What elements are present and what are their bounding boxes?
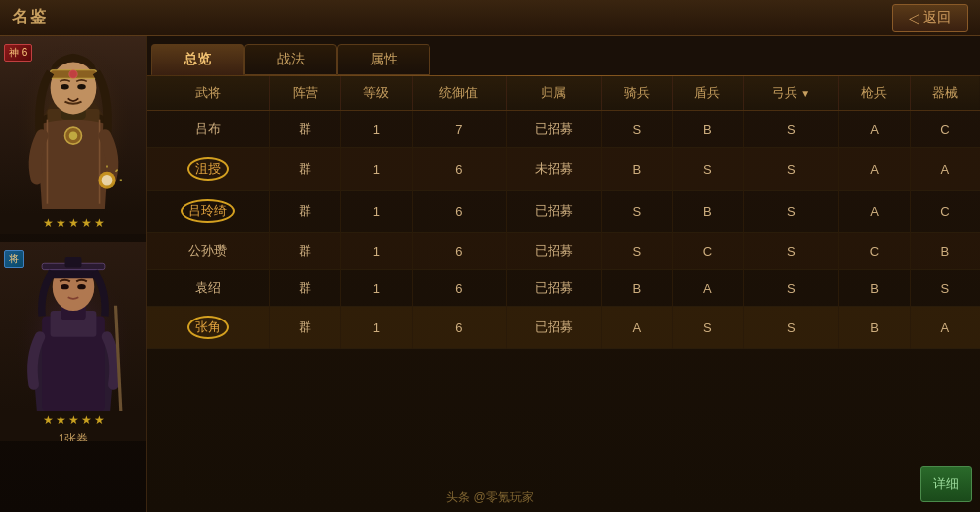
watermark: 头条 @零氪玩家 xyxy=(446,489,534,506)
cell-machine-3: B xyxy=(910,233,980,270)
cell-machine-5: A xyxy=(910,307,980,349)
char-card-bot[interactable]: 将 xyxy=(0,242,147,441)
cell-machine-1: A xyxy=(910,148,980,191)
cell-spear-0: A xyxy=(839,111,911,148)
col-camp: 阵营 xyxy=(270,76,341,111)
cell-level-3: 1 xyxy=(341,233,413,270)
cell-spear-3: C xyxy=(839,233,911,270)
cell-stat-3: 6 xyxy=(412,233,506,270)
name-circled: 张角 xyxy=(187,316,229,339)
col-status: 归属 xyxy=(507,76,601,111)
cell-bow-0: S xyxy=(743,111,838,148)
char-portrait-top xyxy=(0,36,147,214)
cell-name-2: 吕玲绮 xyxy=(147,191,270,233)
table-body: 吕布群17已招募SBSAC沮授群16未招募BSSAA吕玲绮群16已招募SBSAC… xyxy=(147,111,980,349)
cell-stat-0: 7 xyxy=(412,111,506,148)
char-figure-bot-svg xyxy=(9,242,138,411)
detail-button[interactable]: 详细 xyxy=(920,466,972,502)
cell-stat-2: 6 xyxy=(412,191,506,233)
cell-shield-4: A xyxy=(673,270,744,307)
cell-cavalry-1: B xyxy=(601,148,673,191)
cell-status-2: 已招募 xyxy=(507,191,601,233)
cell-name-5: 张角 xyxy=(147,307,270,349)
cell-status-3: 已招募 xyxy=(507,233,601,270)
cell-level-0: 1 xyxy=(341,111,413,148)
cell-spear-2: A xyxy=(839,191,911,233)
cell-cavalry-3: S xyxy=(601,233,673,270)
cell-cavalry-4: B xyxy=(601,270,673,307)
svg-point-5 xyxy=(69,131,78,140)
cell-stat-4: 6 xyxy=(412,270,506,307)
char-stars-bot: ★ ★ ★ ★ ★ xyxy=(0,411,147,429)
col-level: 等级 xyxy=(341,76,413,111)
tab-overview[interactable]: 总览 xyxy=(151,44,244,75)
name-circled: 吕玲绮 xyxy=(181,199,235,223)
table-header-row: 武将 阵营 等级 统御值 归属 骑兵 盾兵 弓兵 ▼ 枪兵 器械 xyxy=(147,76,980,111)
tab-tactics[interactable]: 战法 xyxy=(244,44,337,75)
sort-icon-bow: ▼ xyxy=(800,88,810,99)
col-spear: 枪兵 xyxy=(839,76,911,111)
cell-spear-4: B xyxy=(839,270,911,307)
cell-machine-0: C xyxy=(910,111,980,148)
cell-bow-1: S xyxy=(743,148,838,191)
generals-table: 武将 阵营 等级 统御值 归属 骑兵 盾兵 弓兵 ▼ 枪兵 器械 吕布群17已招… xyxy=(147,76,980,349)
table-row[interactable]: 沮授群16未招募BSSAA xyxy=(147,148,980,191)
cell-name-0: 吕布 xyxy=(147,111,270,148)
table-row[interactable]: 吕布群17已招募SBSAC xyxy=(147,111,980,148)
char-label-top: 1张券 xyxy=(0,232,147,234)
cell-bow-2: S xyxy=(743,191,838,233)
cell-shield-1: S xyxy=(673,148,744,191)
cell-camp-4: 群 xyxy=(270,270,341,307)
table-row[interactable]: 公孙瓒群16已招募SCSCB xyxy=(147,233,980,270)
char-figure-svg xyxy=(9,41,138,209)
cell-shield-5: S xyxy=(673,307,744,349)
cell-camp-1: 群 xyxy=(270,148,341,191)
table-row[interactable]: 张角群16已招募ASSBA xyxy=(147,307,980,349)
cell-name-3: 公孙瓒 xyxy=(147,233,270,270)
page-title: 名鉴 xyxy=(12,7,48,28)
cell-spear-1: A xyxy=(839,148,911,191)
arrow-left-icon: ◁ xyxy=(909,10,919,26)
cell-bow-4: S xyxy=(743,270,838,307)
cell-camp-3: 群 xyxy=(270,233,341,270)
svg-point-13 xyxy=(102,175,113,186)
char-stars-top: ★ ★ ★ ★ ★ xyxy=(0,214,147,232)
cell-machine-4: S xyxy=(910,270,980,307)
cell-stat-5: 6 xyxy=(412,307,506,349)
cell-bow-3: S xyxy=(743,233,838,270)
cell-name-1: 沮授 xyxy=(147,148,270,191)
svg-point-10 xyxy=(61,84,69,89)
char-card-top[interactable]: 神 6 xyxy=(0,36,147,234)
svg-point-9 xyxy=(69,70,78,79)
col-shield: 盾兵 xyxy=(673,76,744,111)
cell-camp-5: 群 xyxy=(270,307,341,349)
svg-rect-24 xyxy=(65,257,82,268)
cell-stat-1: 6 xyxy=(412,148,506,191)
col-machine: 器械 xyxy=(910,76,980,111)
cell-shield-0: B xyxy=(673,111,744,148)
col-cavalry: 骑兵 xyxy=(601,76,673,111)
cell-name-4: 袁绍 xyxy=(147,270,270,307)
back-button[interactable]: ◁ 返回 xyxy=(892,4,968,32)
col-general: 武将 xyxy=(147,76,270,111)
cell-level-2: 1 xyxy=(341,191,413,233)
char-badge-top: 神 6 xyxy=(4,44,32,62)
cell-cavalry-2: S xyxy=(601,191,673,233)
cell-bow-5: S xyxy=(743,307,838,349)
cell-cavalry-5: A xyxy=(601,307,673,349)
title-bar: 名鉴 xyxy=(0,0,980,36)
cell-shield-2: B xyxy=(673,191,744,233)
table-wrap: 武将 阵营 等级 统御值 归属 骑兵 盾兵 弓兵 ▼ 枪兵 器械 吕布群17已招… xyxy=(147,76,980,512)
main-content: 总览 战法 属性 武将 阵营 等级 统御值 归属 骑兵 盾兵 弓兵 ▼ xyxy=(147,36,980,512)
table-row[interactable]: 袁绍群16已招募BASBS xyxy=(147,270,980,307)
table-row[interactable]: 吕玲绮群16已招募SBSAC xyxy=(147,191,980,233)
tab-attributes[interactable]: 属性 xyxy=(337,44,430,75)
svg-point-11 xyxy=(77,84,86,89)
cell-cavalry-0: S xyxy=(601,111,673,148)
svg-point-26 xyxy=(77,284,86,289)
col-bow[interactable]: 弓兵 ▼ xyxy=(743,76,838,111)
cell-level-4: 1 xyxy=(341,270,413,307)
cell-spear-5: B xyxy=(839,307,911,349)
char-label-bot: 1张券 xyxy=(0,429,147,441)
cell-status-5: 已招募 xyxy=(507,307,601,349)
